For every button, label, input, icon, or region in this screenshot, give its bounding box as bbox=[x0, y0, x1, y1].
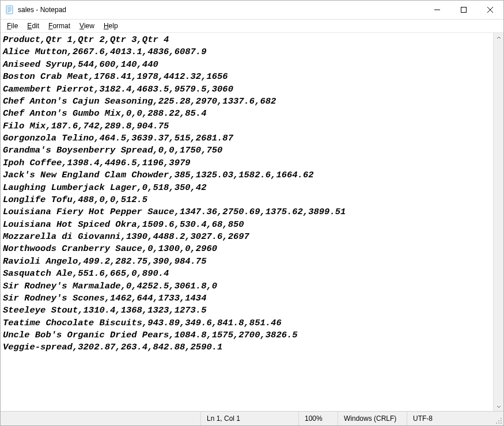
svg-rect-6 bbox=[461, 7, 467, 13]
svg-point-10 bbox=[498, 420, 499, 421]
menu-format[interactable]: Format bbox=[44, 21, 74, 31]
svg-point-11 bbox=[501, 420, 502, 421]
status-cursor-position: Ln 1, Col 1 bbox=[200, 412, 298, 425]
svg-point-12 bbox=[496, 423, 497, 424]
minimize-button[interactable] bbox=[424, 1, 450, 19]
menu-edit[interactable]: Edit bbox=[23, 21, 43, 31]
svg-point-13 bbox=[498, 423, 499, 424]
titlebar[interactable]: sales - Notepad bbox=[1, 1, 503, 20]
statusbar: Ln 1, Col 1 100% Windows (CRLF) UTF-8 bbox=[1, 411, 503, 425]
resize-grip-icon[interactable] bbox=[493, 412, 503, 425]
menu-help[interactable]: Help bbox=[100, 21, 122, 31]
status-encoding: UTF-8 bbox=[407, 412, 493, 425]
text-editor[interactable]: Product,Qtr 1,Qtr 2,Qtr 3,Qtr 4 Alice Mu… bbox=[1, 33, 493, 411]
notepad-app-icon bbox=[5, 5, 14, 14]
close-button[interactable] bbox=[477, 1, 503, 19]
status-line-endings: Windows (CRLF) bbox=[338, 412, 407, 425]
menu-file[interactable]: File bbox=[3, 21, 22, 31]
menubar: File Edit Format View Help bbox=[1, 20, 503, 33]
svg-point-14 bbox=[501, 423, 502, 424]
vertical-scrollbar[interactable] bbox=[493, 33, 503, 411]
scroll-down-arrow[interactable] bbox=[494, 401, 503, 411]
svg-point-9 bbox=[501, 418, 502, 419]
status-empty bbox=[1, 412, 200, 425]
content-area: Product,Qtr 1,Qtr 2,Qtr 3,Qtr 4 Alice Mu… bbox=[1, 33, 503, 411]
svg-rect-0 bbox=[6, 6, 13, 14]
scroll-up-arrow[interactable] bbox=[494, 33, 503, 43]
maximize-button[interactable] bbox=[450, 1, 477, 19]
menu-view[interactable]: View bbox=[75, 21, 98, 31]
window-controls bbox=[424, 1, 503, 19]
status-zoom: 100% bbox=[298, 412, 338, 425]
window-title: sales - Notepad bbox=[18, 6, 66, 14]
notepad-window: sales - Notepad File Edit Format View He… bbox=[0, 0, 504, 426]
